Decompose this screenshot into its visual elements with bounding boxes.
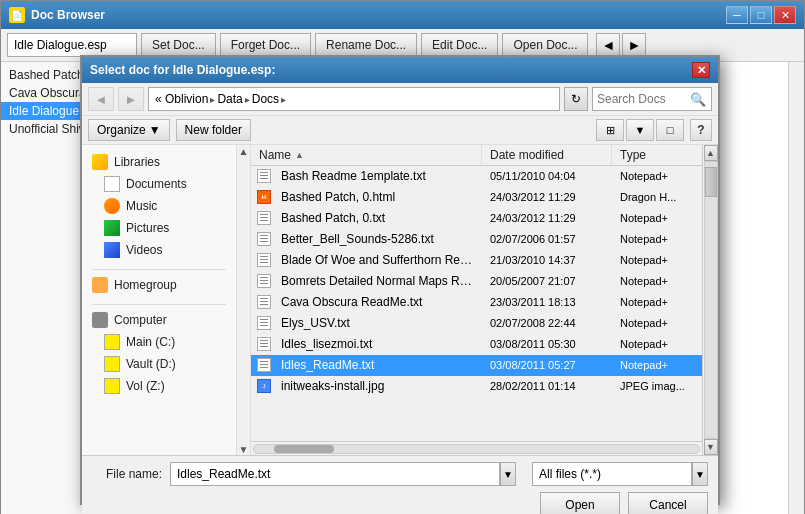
file-type-cell: Notepad+ [612,337,702,351]
view-list-button[interactable]: ▼ [626,119,654,141]
nav-item-music[interactable]: Music [82,195,236,217]
nav-arrows: ◄ ► [596,33,646,57]
file-list: Bash Readme 1emplate.txt05/11/2010 04:04… [251,166,702,441]
file-icon [255,357,273,373]
refresh-button[interactable]: ↻ [564,87,588,111]
main-window-title: Doc Browser [31,8,105,22]
videos-icon [104,242,120,258]
scroll-up-arrow[interactable]: ▲ [238,145,250,157]
scroll-thumb[interactable] [705,167,717,197]
file-list-header: Name ▲ Date modified Type [251,145,702,166]
col-type-label: Type [620,148,646,162]
table-row[interactable]: Idles_ReadMe.txt03/08/2011 05:27Notepad+ [251,355,702,376]
column-date[interactable]: Date modified [482,145,612,165]
view-details-button[interactable]: □ [656,119,684,141]
edit-doc-button[interactable]: Edit Doc... [421,33,498,57]
sort-arrow-icon: ▲ [295,150,304,160]
maximize-button[interactable]: □ [750,6,772,24]
nav-item-drive-vol[interactable]: Vol (Z:) [82,375,236,397]
forward-nav-button[interactable]: ► [622,33,646,57]
file-name-cell: Idles_lisezmoi.txt [277,336,482,352]
dialog-toolbar: Organize ▼ New folder ⊞ ▼ □ ? [82,116,718,145]
column-type[interactable]: Type [612,145,702,165]
breadcrumb-bar[interactable]: « Oblivion ▸ Data ▸ Docs ▸ [148,87,560,111]
table-row[interactable]: Bomrets Detailed Normal Maps Readme....2… [251,271,702,292]
scroll-down-arrow[interactable]: ▼ [238,443,250,455]
nav-item-computer[interactable]: Computer [82,309,236,331]
file-date-cell: 02/07/2006 01:57 [482,232,612,246]
file-date-cell: 03/08/2011 05:27 [482,358,612,372]
column-name[interactable]: Name ▲ [251,145,482,165]
dialog-back-icon: ◄ [95,92,108,107]
filename-dropdown[interactable]: ▼ [500,462,516,486]
file-name-cell: initweaks-install.jpg [277,378,482,394]
table-row[interactable]: Idles_lisezmoi.txt03/08/2011 05:30Notepa… [251,334,702,355]
help-button[interactable]: ? [690,119,712,141]
forget-doc-button[interactable]: Forget Doc... [220,33,311,57]
filename-input[interactable]: Idles_ReadMe.txt [170,462,500,486]
nav-item-drive-d[interactable]: Vault (D:) [82,353,236,375]
table-row[interactable]: HBashed Patch, 0.html24/03/2012 11:29Dra… [251,187,702,208]
file-icon [255,273,273,289]
open-doc-button[interactable]: Open Doc... [502,33,588,57]
table-row[interactable]: Elys_USV.txt02/07/2008 22:44Notepad+ [251,313,702,334]
app-icon: 📄 [9,7,25,23]
drive-c-icon [104,334,120,350]
nav-item-pictures[interactable]: Pictures [82,217,236,239]
breadcrumb-level1: Data [217,92,242,106]
file-type-cell: JPEG imag... [612,379,702,393]
file-type-cell: Notepad+ [612,211,702,225]
nav-item-documents[interactable]: Documents [82,173,236,195]
table-row[interactable]: Jinitweaks-install.jpg28/02/2011 01:14JP… [251,376,702,397]
file-type-cell: Notepad+ [612,358,702,372]
homegroup-icon [92,277,108,293]
back-nav-button[interactable]: ◄ [596,33,620,57]
homegroup-label: Homegroup [114,278,177,292]
scroll-up-button[interactable]: ▲ [704,145,718,161]
organize-button[interactable]: Organize ▼ [88,119,170,141]
dialog-close-icon: ✕ [697,64,706,77]
h-scrollbar[interactable] [251,441,702,455]
main-scrollbar[interactable] [788,62,804,514]
nav-item-drive-c[interactable]: Main (C:) [82,331,236,353]
open-button[interactable]: Open [540,492,620,514]
filetype-dropdown[interactable]: All files (*.*) [532,462,692,486]
nav-item-homegroup[interactable]: Homegroup [82,274,236,296]
dialog-back-button[interactable]: ◄ [88,87,114,111]
breadcrumb-separator-2: ▸ [245,94,250,105]
file-icon [255,315,273,331]
h-scroll-thumb[interactable] [274,445,334,453]
minimize-button[interactable]: ─ [726,6,748,24]
filetype-value: All files (*.*) [539,467,601,481]
dialog-forward-button[interactable]: ► [118,87,144,111]
file-type-cell: Notepad+ [612,253,702,267]
file-name-cell: Bomrets Detailed Normal Maps Readme.... [277,273,482,289]
table-row[interactable]: Bashed Patch, 0.txt24/03/2012 11:29Notep… [251,208,702,229]
table-row[interactable]: Blade Of Woe and Sufferthorn Replacer r.… [251,250,702,271]
dialog-bottom: File name: Idles_ReadMe.txt ▼ All files … [82,455,718,514]
music-icon [104,198,120,214]
breadcrumb-level2: Docs [252,92,279,106]
table-row[interactable]: Cava Obscura ReadMe.txt23/03/2011 18:13N… [251,292,702,313]
rename-doc-button[interactable]: Rename Doc... [315,33,417,57]
new-folder-button[interactable]: New folder [176,119,251,141]
file-date-cell: 23/03/2011 18:13 [482,295,612,309]
file-type-cell: Notepad+ [612,169,702,183]
table-row[interactable]: Better_Bell_Sounds-5286.txt02/07/2006 01… [251,229,702,250]
breadcrumb-separator-3: ▸ [281,94,286,105]
set-doc-button[interactable]: Set Doc... [141,33,216,57]
left-scroll-panel: ▲ ▼ [237,145,251,455]
table-row[interactable]: Bash Readme 1emplate.txt05/11/2010 04:04… [251,166,702,187]
file-date-cell: 21/03/2010 14:37 [482,253,612,267]
file-date-cell: 02/07/2008 22:44 [482,316,612,330]
dialog-close-button[interactable]: ✕ [692,62,710,78]
filetype-dropdown-arrow[interactable]: ▼ [692,462,708,486]
nav-item-libraries[interactable]: Libraries [82,151,236,173]
scroll-down-button[interactable]: ▼ [704,439,718,455]
nav-item-videos[interactable]: Videos [82,239,236,261]
search-input[interactable] [597,92,687,106]
cancel-button[interactable]: Cancel [628,492,708,514]
nav-section-homegroup: Homegroup [82,274,236,296]
view-grid-button[interactable]: ⊞ [596,119,624,141]
main-close-button[interactable]: ✕ [774,6,796,24]
